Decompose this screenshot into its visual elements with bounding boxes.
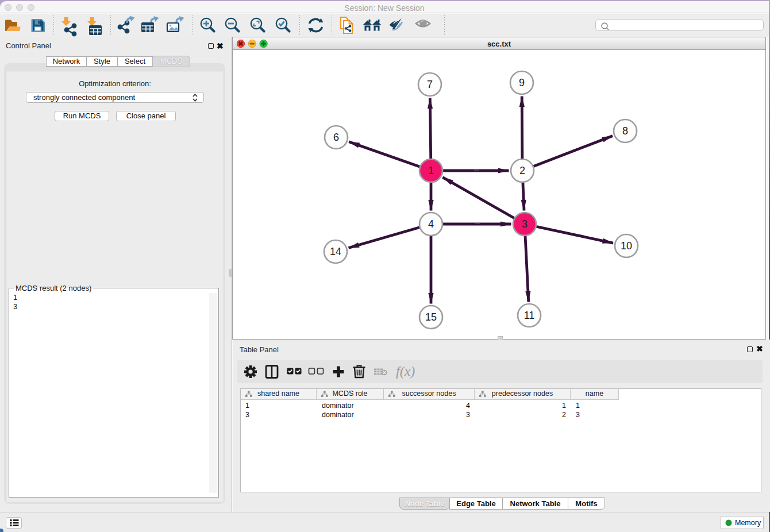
svg-text:10: 10: [621, 240, 632, 252]
svg-text:1: 1: [428, 165, 434, 176]
svg-text:f(x): f(x): [396, 364, 415, 379]
svg-text:9: 9: [519, 77, 525, 88]
svg-text:14: 14: [330, 246, 341, 257]
svg-text:4: 4: [428, 218, 434, 230]
svg-text:7: 7: [427, 79, 433, 90]
svg-text:2: 2: [519, 165, 525, 176]
svg-text:6: 6: [333, 132, 339, 143]
svg-text:11: 11: [524, 310, 535, 321]
svg-text:3: 3: [522, 218, 528, 230]
svg-text:15: 15: [425, 311, 437, 323]
svg-text:8: 8: [622, 125, 628, 137]
